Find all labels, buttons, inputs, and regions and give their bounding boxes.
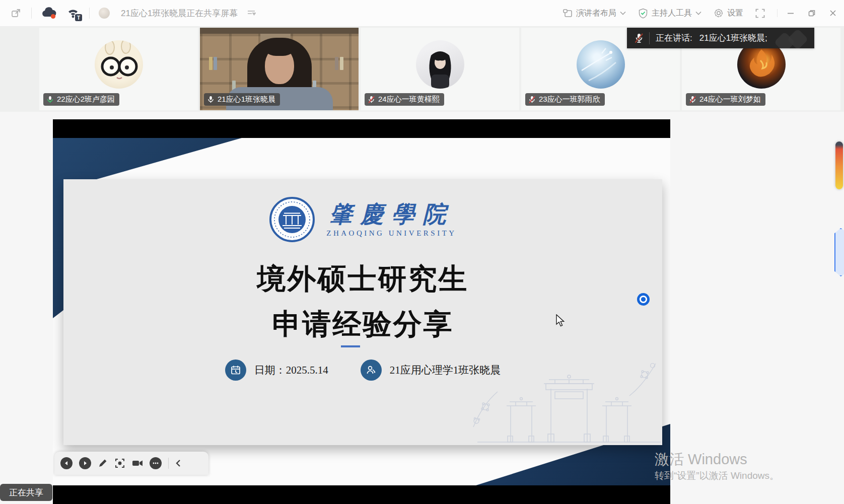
titlebar: T 21应心1班张晓晨正在共享屏幕 演讲者布局 主持人工具	[0, 0, 844, 27]
presenter-icon	[361, 359, 382, 381]
windows-activation-watermark: 激活 Windows	[655, 450, 747, 470]
host-tools-button[interactable]: 主持人工具	[638, 8, 701, 19]
avatar	[577, 40, 625, 89]
mic-muted-icon	[528, 96, 536, 104]
participant-tile-active-speaker[interactable]: 21应心1班张晓晨	[200, 28, 359, 110]
presenter-avatar	[99, 8, 110, 19]
next-slide-button[interactable]	[79, 457, 91, 469]
camera-share-button[interactable]	[132, 459, 143, 468]
window-title: 21应心1班张晓晨正在共享屏幕	[121, 8, 238, 19]
divider	[168, 458, 169, 469]
calendar-icon	[225, 359, 246, 381]
share-out-icon[interactable]	[10, 7, 22, 19]
participant-tile[interactable]: 22应心2班卢彦园	[39, 28, 198, 110]
mic-on-icon	[207, 96, 215, 104]
avatar	[95, 40, 143, 89]
laser-pointer-button[interactable]	[114, 458, 125, 469]
divider	[89, 8, 90, 19]
presentation-toolbar	[54, 452, 208, 475]
cloud-status-icon[interactable]	[41, 7, 57, 20]
participant-name-tag: 21应心1班张晓晨	[204, 93, 280, 106]
university-seal-icon	[269, 196, 315, 243]
divider	[649, 32, 650, 44]
speaker-layout-button[interactable]: 演讲者布局	[562, 8, 626, 19]
slide-title-line1: 境外硕士研究生	[63, 260, 662, 299]
slide-title-line2: 申请经验分享	[63, 305, 662, 344]
university-name-en: ZHAOQING UNIVERSITY	[326, 229, 456, 238]
participant-tile[interactable]: 24应心一班黄槿熙	[361, 28, 519, 110]
university-name-cn: 肇慶學院	[329, 202, 454, 227]
pointer-indicator	[637, 293, 650, 306]
shared-screen: 肇慶學院 ZHAOQING UNIVERSITY 境外硕士研究生 申请经验分享	[53, 119, 670, 504]
minimize-button[interactable]	[787, 9, 795, 17]
close-button[interactable]	[829, 9, 837, 17]
edge-panel-handle-blue[interactable]	[834, 228, 844, 276]
chevron-down-icon	[620, 11, 626, 15]
slide-date: 日期：2025.5.14	[254, 363, 328, 377]
sharing-status-tag: 正在共享	[0, 484, 52, 501]
slide-card: 肇慶學院 ZHAOQING UNIVERSITY 境外硕士研究生 申请经验分享	[63, 179, 662, 445]
speaking-label: 正在讲话:	[656, 32, 692, 44]
maximize-button[interactable]	[808, 9, 816, 17]
gear-icon	[714, 8, 724, 18]
layout-icon	[562, 9, 573, 18]
pen-annotate-button[interactable]	[98, 458, 108, 468]
participant-name-tag: 23应心一班郭雨欣	[525, 93, 605, 106]
prev-slide-button[interactable]	[60, 457, 73, 469]
windows-activation-watermark-sub: 转到“设置”以激活 Windows。	[655, 469, 779, 482]
network-badge: T	[75, 14, 82, 21]
mic-on-icon	[46, 96, 54, 104]
flower-sprig	[626, 359, 659, 398]
collapse-toolbar-button[interactable]	[175, 459, 181, 467]
mouse-cursor	[555, 314, 566, 329]
edge-panel-handle-orange[interactable]	[835, 141, 843, 189]
list-icon[interactable]	[247, 9, 256, 17]
presentation-slide: 肇慶學院 ZHAOQING UNIVERSITY 境外硕士研究生 申请经验分享	[53, 138, 670, 485]
fullscreen-icon[interactable]	[755, 9, 765, 18]
avatar	[416, 40, 464, 89]
participant-name-tag: 24应心一班刘梦如	[686, 93, 765, 106]
divider	[31, 8, 32, 19]
settings-button[interactable]: 设置	[714, 8, 743, 19]
title-divider	[341, 345, 360, 347]
chevron-down-icon	[695, 11, 701, 15]
shield-check-icon	[638, 8, 648, 19]
speaking-banner: 正在讲话: 21应心1班张晓晨;	[627, 28, 814, 48]
participant-name-tag: 24应心一班黄槿熙	[365, 93, 444, 106]
speaking-names: 21应心1班张晓晨;	[699, 32, 767, 44]
mic-muted-icon	[368, 96, 375, 104]
mic-muted-icon	[634, 33, 644, 44]
flower-sprig	[468, 390, 501, 430]
mic-muted-icon	[689, 96, 696, 104]
participant-name-tag: 22应心2班卢彦园	[43, 93, 119, 106]
network-status-icon[interactable]: T	[66, 7, 80, 20]
more-options-button[interactable]	[150, 457, 162, 469]
